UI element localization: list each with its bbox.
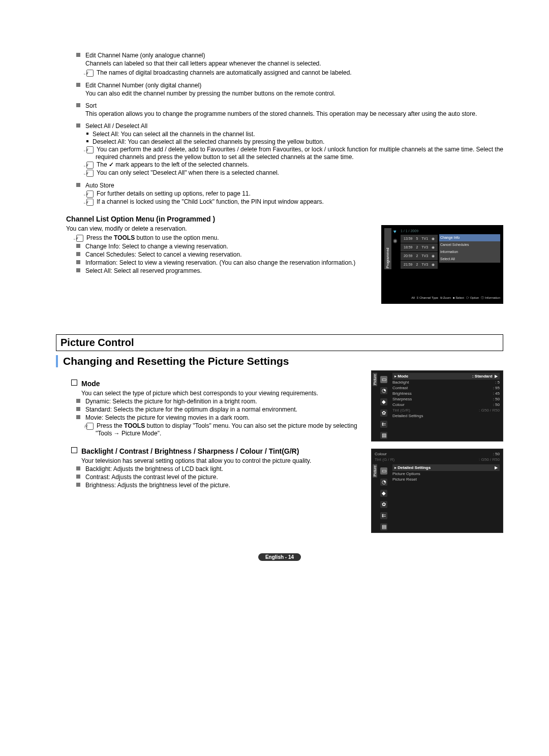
- square-bullet-icon: [76, 399, 80, 403]
- square-bullet-icon: [76, 123, 80, 128]
- note-line: 𝒩Press the TOOLS button to use the optio…: [76, 234, 373, 242]
- square-bullet-icon: [76, 183, 80, 187]
- bullet-icon: [86, 140, 88, 142]
- note-icon: 𝒩: [86, 146, 94, 153]
- heart-icon: ♥: [391, 228, 399, 235]
- note-line: ⎘Press the TOOLS button to display "Tool…: [86, 422, 363, 437]
- osd-line: Brightness: 45: [392, 391, 500, 396]
- note-icon: 𝒩: [86, 191, 94, 198]
- tv-osd-picture-mode: Picture ▭ ◔ ◆ ✿ ⇇ ▤ ▸ Mode : Standard ▶: [371, 370, 503, 442]
- drop-icon: ◆: [380, 490, 387, 497]
- popup-item: Cancel Schedules: [439, 241, 500, 248]
- input-icon: ⇇: [380, 512, 387, 519]
- note-line: 𝒩For further details on setting up optio…: [86, 190, 503, 198]
- osd-line: Backlight: 5: [392, 380, 500, 385]
- table-row: 20:592TV3◉: [401, 252, 438, 260]
- item-desc: Channels can labeled so that their call …: [85, 60, 503, 67]
- sub-bullet: Dynamic: Selects the picture for high-de…: [76, 398, 363, 405]
- note-icon: 𝒩: [86, 70, 94, 77]
- popup-item: Information: [439, 248, 500, 256]
- note-icon: 𝒩: [76, 235, 83, 242]
- heading-picture-control: Picture Control: [56, 334, 503, 351]
- square-bullet-icon: [76, 53, 80, 57]
- gear-icon: ✿: [380, 501, 387, 508]
- sidebar-label: Programmed: [384, 228, 391, 269]
- item-select-all: Select All / Deselect All: [76, 122, 503, 130]
- note-line: 𝒩You can perform the add / delete, add t…: [86, 146, 503, 161]
- square-bullet-icon: [76, 466, 80, 470]
- sidebar-label: Picture: [373, 373, 377, 386]
- footer-hints: All ≡ Channel Type ⧉ Zoom ■ Select ⧂ Opt…: [384, 295, 500, 301]
- page-footer: English - 14: [56, 553, 503, 561]
- sub-bullet: Change Info: Select to change a viewing …: [76, 243, 373, 250]
- item-desc: This operation allows you to change the …: [85, 110, 503, 117]
- osd-line: Picture Reset: [392, 477, 500, 482]
- sub-bullet: Deselect All: You can deselect all the s…: [86, 138, 503, 145]
- square-bullet-icon: [76, 407, 80, 411]
- item-edit-channel-name: Edit Channel Name (only analogue channel…: [76, 52, 503, 59]
- chevron-right-icon: ▶: [495, 465, 498, 470]
- sub-bullet: Contrast: Adjusts the contrast level of …: [76, 474, 363, 481]
- osd-line-disabled: Tint (G / R): G50 / R50: [375, 457, 500, 462]
- subhead-backlight-etc: Backlight / Contrast / Brightness / Shar…: [71, 447, 363, 455]
- heading-channel-list-option: Channel List Option Menu (in Programmed …: [66, 215, 503, 223]
- osd-header-row: ▸ Mode : Standard ▶: [392, 373, 500, 380]
- option-popup: Change Info Cancel Schedules Information…: [439, 234, 500, 269]
- note-line: 𝒩You can only select "Deselect All" when…: [86, 169, 503, 177]
- tv-screenshot-programmed: Programmed ♥ ◉ 1 / 1 / 2009 13:595TV1◉ 1…: [381, 225, 503, 304]
- square-bullet-icon: [76, 268, 80, 272]
- osd-icon-column: ▭ ◔ ◆ ✿ ⇇ ▤: [378, 371, 389, 441]
- osd-header-row: ▸ Detailed Settings ▶: [392, 464, 500, 471]
- square-bullet-icon: [76, 483, 80, 487]
- input-icon: ⇇: [380, 421, 387, 428]
- table-row: 13:595TV1◉: [401, 235, 438, 243]
- table-row: 21:592TV3◉: [401, 261, 438, 269]
- check-icon: ✓: [109, 161, 114, 168]
- tv-osd-detailed-settings: Colour: 50 Tint (G / R): G50 / R50 Pictu…: [371, 449, 503, 533]
- note-icon: 𝒩: [86, 199, 94, 206]
- osd-line: Picture Options: [392, 471, 500, 477]
- date-label: 1 / 1 / 2009: [401, 228, 500, 234]
- square-bullet-icon: [76, 260, 80, 264]
- sub-bullet: Cancel Schedules: Select to cancel a vie…: [76, 251, 373, 258]
- chevron-right-icon: ▶: [495, 374, 498, 379]
- monitor-icon: ▭: [380, 467, 387, 475]
- square-bullet-icon: [76, 83, 80, 87]
- note-line: 𝒩The ✓ mark appears to the left of the s…: [86, 161, 503, 169]
- square-bullet-icon: [76, 244, 80, 248]
- sub-bullet: Information: Select to view a viewing re…: [76, 259, 373, 266]
- page-number-pill: English - 14: [258, 553, 301, 561]
- intro-text: Your television has several setting opti…: [81, 457, 363, 464]
- intro-text: You can select the type of picture which…: [81, 390, 363, 397]
- osd-line: Detailed Settings: [392, 413, 500, 419]
- tools-icon: ⎘: [86, 423, 94, 430]
- speaker-icon: ◔: [380, 479, 387, 486]
- gear-icon: ✿: [380, 410, 387, 417]
- note-icon: 𝒩: [86, 162, 94, 169]
- heading-changing-resetting: Changing and Resetting the Picture Setti…: [56, 355, 503, 367]
- bullet-icon: [86, 133, 88, 135]
- note-line: 𝒩If a channel is locked using the "Child…: [86, 198, 503, 206]
- app-icon: ▤: [380, 432, 387, 439]
- table-row: 18:592TV3◉: [401, 243, 438, 251]
- popup-item: Select All: [439, 256, 500, 263]
- app-icon: ▤: [380, 523, 387, 530]
- drop-icon: ◆: [380, 398, 387, 405]
- intro-text: You can view, modify or delete a reserva…: [66, 225, 373, 232]
- square-bullet-icon: [76, 415, 80, 419]
- item-edit-channel-number: Edit Channel Number (only digital channe…: [76, 82, 503, 89]
- sub-bullet: Select All: You can select all the chann…: [86, 131, 503, 138]
- square-bullet-icon: [76, 475, 80, 479]
- note-icon: 𝒩: [86, 170, 94, 177]
- antenna-icon: ◉: [391, 237, 399, 244]
- osd-line: Sharpness: 50: [392, 396, 500, 402]
- osd-icon-column: ▭ ◔ ◆ ✿ ⇇ ▤: [378, 462, 389, 532]
- sub-bullet: Brightness: Adjusts the brightness level…: [76, 482, 363, 489]
- monitor-icon: ▭: [380, 376, 387, 383]
- sub-bullet: Movie: Selects the picture for viewing m…: [76, 414, 363, 421]
- item-sort: Sort: [76, 102, 503, 109]
- item-auto-store: Auto Store: [76, 182, 503, 189]
- square-bullet-icon: [76, 103, 80, 107]
- square-bullet-icon: [76, 252, 80, 256]
- sub-bullet: Select All: Select all reserved programm…: [76, 267, 373, 274]
